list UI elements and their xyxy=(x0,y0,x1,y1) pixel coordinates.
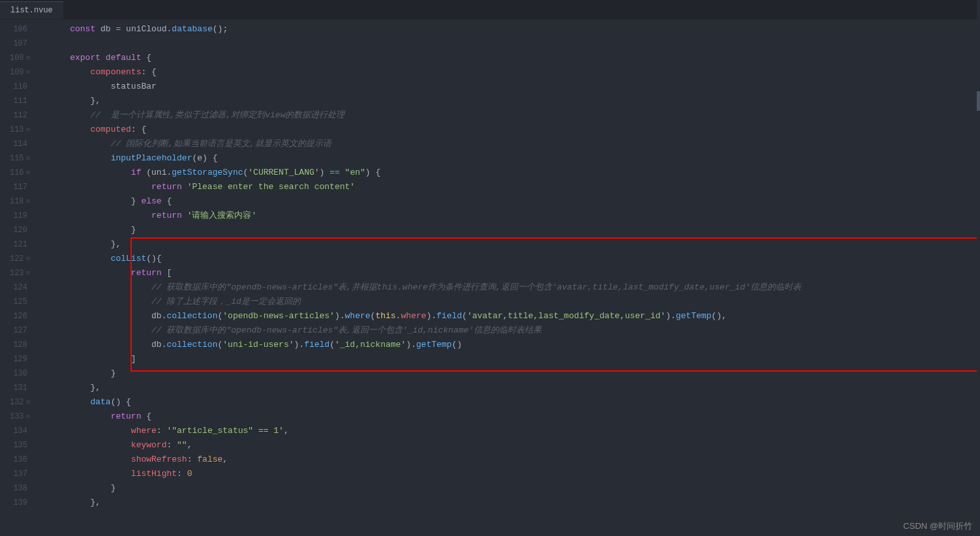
gutter-line: 107 xyxy=(0,37,30,51)
fold-icon[interactable]: ⊟ xyxy=(27,51,30,65)
line-number: 112 xyxy=(13,108,27,123)
fold-icon[interactable]: ⊟ xyxy=(27,409,30,424)
gutter-line: 127 xyxy=(0,323,30,338)
fold-icon[interactable]: ⊟ xyxy=(27,151,30,166)
code-line[interactable]: showRefresh: false, xyxy=(37,453,980,467)
code-line[interactable]: ] xyxy=(37,352,980,366)
code-line[interactable]: inputPlaceholder(e) { xyxy=(37,151,980,166)
code-line[interactable]: // 是一个计算属性,类似于过滤器,对绑定到view的数据进行处理 xyxy=(37,108,980,123)
gutter-line: 133⊟ xyxy=(0,409,30,424)
code-line[interactable]: }, xyxy=(37,237,980,252)
token: const xyxy=(70,24,95,34)
gutter-line: 129 xyxy=(0,352,30,366)
token: ; xyxy=(222,24,228,34)
token: colList xyxy=(111,254,147,263)
code-line[interactable]: const db = uniCloud.database(); xyxy=(37,22,980,37)
token xyxy=(50,196,131,206)
code-line[interactable] xyxy=(37,37,980,51)
fold-icon[interactable]: ⊟ xyxy=(27,65,30,80)
token xyxy=(50,426,131,436)
tab-bar: list.nvue xyxy=(0,0,980,20)
code-line[interactable]: return [ xyxy=(37,266,980,280)
code-line[interactable]: }, xyxy=(37,381,980,395)
code-line[interactable]: data() { xyxy=(37,395,980,409)
code-line[interactable]: colList(){ xyxy=(37,252,980,266)
code-line[interactable]: } xyxy=(37,223,980,237)
token: return xyxy=(151,211,182,220)
token xyxy=(50,67,90,77)
token: '_id,nickname' xyxy=(335,340,406,350)
token xyxy=(50,325,151,335)
gutter-line: 139 xyxy=(0,496,30,510)
code-area[interactable]: const db = uniCloud.database(); export d… xyxy=(37,20,980,536)
fold-icon[interactable]: ⊟ xyxy=(27,166,30,180)
code-line[interactable]: listHight: 0 xyxy=(37,467,980,481)
token: "" xyxy=(177,440,187,450)
fold-icon[interactable]: ⊟ xyxy=(27,252,30,266)
gutter-line: 114 xyxy=(0,137,30,151)
line-number: 111 xyxy=(13,94,27,108)
code-line[interactable]: db.collection('uni-id-users').field('_id… xyxy=(37,338,980,352)
gutter: 106 107 108⊟109⊟110 111 112 113⊟114 115⊟… xyxy=(0,20,37,536)
code-line[interactable]: export default { xyxy=(37,51,980,65)
code-line[interactable]: } xyxy=(37,366,980,381)
code-line[interactable]: }, xyxy=(37,94,980,108)
line-number: 124 xyxy=(13,280,27,295)
token xyxy=(50,24,70,34)
token: getTemp xyxy=(416,340,452,350)
code-line[interactable]: // 获取数据库中的"opendb-news-articles"表,返回一个包含… xyxy=(37,323,980,338)
token: ) xyxy=(406,340,411,350)
token: ( xyxy=(146,168,151,177)
token: . xyxy=(411,340,416,350)
token xyxy=(182,182,187,192)
token: , xyxy=(722,311,727,321)
code-line[interactable]: }, xyxy=(37,496,980,510)
code-line[interactable]: } else { xyxy=(37,194,980,209)
file-tab[interactable]: list.nvue xyxy=(0,1,63,19)
token: statusBar xyxy=(111,82,157,91)
gutter-line: 109⊟ xyxy=(0,65,30,80)
code-line[interactable]: // 国际化判断,如果当前语言是英文,就显示英文的提示语 xyxy=(37,137,980,151)
token: . xyxy=(340,311,345,321)
code-line[interactable]: if (uni.getStorageSync('CURRENT_LANG') =… xyxy=(37,166,980,180)
token: ( xyxy=(462,311,467,321)
code-line[interactable]: where: '"article_status" == 1', xyxy=(37,424,980,438)
code-line[interactable]: // 获取数据库中的"opendb-news-articles"表,并根据thi… xyxy=(37,280,980,295)
token: where xyxy=(401,311,426,321)
token xyxy=(50,211,151,220)
line-number: 139 xyxy=(13,496,27,510)
fold-icon[interactable]: ⊟ xyxy=(27,194,30,209)
token: ] xyxy=(131,354,136,364)
code-line[interactable]: // 除了上述字段，_id是一定会返回的 xyxy=(37,295,980,309)
token: { xyxy=(375,168,380,177)
gutter-line: 124 xyxy=(0,280,30,295)
token: { xyxy=(141,125,146,134)
code-line[interactable]: return '请输入搜索内容' xyxy=(37,209,980,223)
code-line[interactable]: return 'Please enter the search content' xyxy=(37,180,980,194)
fold-icon[interactable]: ⊟ xyxy=(27,123,30,137)
token: data xyxy=(90,397,110,407)
minimap xyxy=(977,0,980,536)
line-number: 123 xyxy=(10,266,24,280)
token: collection xyxy=(166,311,217,321)
token: } xyxy=(131,225,136,235)
token: , xyxy=(95,498,100,507)
code-line[interactable]: } xyxy=(37,481,980,496)
fold-icon[interactable]: ⊟ xyxy=(27,395,30,409)
line-number: 117 xyxy=(13,180,27,194)
code-line[interactable]: components: { xyxy=(37,65,980,80)
code-line[interactable]: statusBar xyxy=(37,80,980,94)
code-line[interactable]: db.collection('opendb-news-articles').wh… xyxy=(37,309,980,323)
token xyxy=(50,110,90,120)
code-line[interactable]: keyword: "", xyxy=(37,438,980,453)
token: database xyxy=(172,24,212,34)
code-line[interactable]: computed: { xyxy=(37,123,980,137)
code-line[interactable]: return { xyxy=(37,409,980,424)
line-number: 121 xyxy=(13,237,27,252)
token: 'CURRENT_LANG' xyxy=(248,168,319,177)
fold-icon[interactable]: ⊟ xyxy=(27,266,30,280)
gutter-line: 111 xyxy=(0,94,30,108)
token: // 除了上述字段，_id是一定会返回的 xyxy=(151,297,301,306)
token: { xyxy=(151,67,157,77)
token xyxy=(50,125,90,134)
